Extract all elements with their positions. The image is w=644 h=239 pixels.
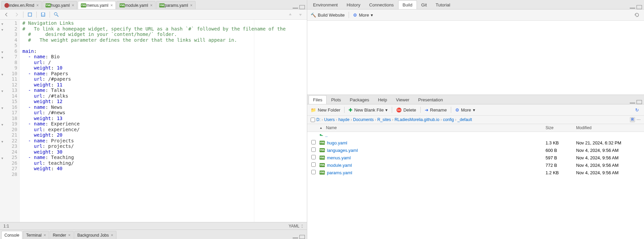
refresh-button[interactable]: ↻	[633, 106, 641, 114]
more-path-button[interactable]: ⋯	[637, 117, 641, 122]
new-folder-button[interactable]: 📁 New Folder	[311, 107, 340, 113]
save-button[interactable]	[39, 11, 47, 18]
panel-tab-files[interactable]: Files	[309, 95, 327, 104]
delete-button[interactable]: ⛔ Delete	[396, 107, 416, 113]
file-checkbox[interactable]	[311, 155, 316, 159]
minimize-icon[interactable]	[630, 6, 635, 8]
file-name-link[interactable]: hugo.yaml	[327, 140, 347, 145]
rename-button[interactable]: ➜ Rename	[425, 107, 447, 113]
panel-tab-connections[interactable]: Connections	[365, 0, 398, 9]
editor-tab-bar: index.en.Rmd×YMLhugo.yaml×YMLmenus.yaml×…	[0, 0, 307, 9]
file-checkbox[interactable]	[311, 140, 316, 144]
source-down-button[interactable]	[297, 11, 304, 18]
maximize-icon[interactable]	[637, 100, 642, 104]
more-button[interactable]: ⚙ More ▾	[455, 107, 475, 113]
breadcrumb-segment[interactable]: D:	[316, 117, 320, 122]
yaml-icon: YML	[319, 163, 325, 167]
source-up-button[interactable]	[287, 11, 294, 18]
close-icon[interactable]: ×	[190, 3, 192, 8]
console-tab[interactable]: Render×	[50, 231, 73, 239]
console-tab[interactable]: Background Jobs×	[74, 231, 116, 239]
new-blank-file-button[interactable]: ✚ New Blank File ▾	[349, 107, 388, 113]
close-icon[interactable]: ×	[36, 3, 39, 8]
maximize-icon[interactable]	[637, 5, 642, 9]
breadcrumb-segment[interactable]: Documents	[353, 117, 374, 122]
close-icon[interactable]: ×	[72, 3, 74, 8]
close-icon[interactable]: ×	[110, 3, 113, 8]
maximize-icon[interactable]	[299, 5, 305, 9]
parent-directory-row[interactable]: ⬑ ..	[307, 132, 644, 139]
editor-tab[interactable]: YMLmenus.yaml×	[78, 1, 116, 9]
breadcrumb-segment[interactable]: config	[443, 117, 454, 122]
minimize-icon[interactable]	[293, 236, 298, 238]
show-in-new-window-button[interactable]	[26, 11, 34, 18]
close-icon[interactable]: ×	[150, 3, 152, 8]
editor-tab[interactable]: index.en.Rmd×	[1, 1, 42, 9]
forward-button[interactable]	[13, 11, 20, 18]
file-checkbox[interactable]	[311, 170, 316, 174]
breadcrumb: D: › Users › hayde › Documents › R_sites…	[307, 116, 644, 124]
env-tab-bar: EnvironmentHistoryConnectionsBuildGitTut…	[307, 0, 644, 9]
editor-tab[interactable]: YMLparams.yaml×	[156, 1, 196, 9]
breadcrumb-segment[interactable]: hayde	[338, 117, 350, 122]
maximize-icon[interactable]	[299, 235, 305, 239]
rmd-icon	[4, 3, 9, 8]
file-checkbox[interactable]	[311, 162, 316, 167]
file-row[interactable]: YMLmenus.yaml597 BNov 4, 2024, 9:56 AM	[307, 154, 644, 161]
sort-by-size[interactable]: Size	[546, 125, 576, 130]
file-size: 600 B	[546, 148, 576, 153]
panel-tab-packages[interactable]: Packages	[345, 95, 373, 104]
breadcrumb-segment[interactable]: _default	[458, 117, 472, 122]
file-row[interactable]: YMLmodule.yaml772 BNov 4, 2024, 9:56 AM	[307, 161, 644, 169]
more-button[interactable]: ⚙ More ▾	[353, 13, 373, 18]
file-size: 1.2 KB	[546, 170, 576, 175]
search-icon[interactable]	[53, 11, 60, 18]
editor-tab[interactable]: YMLhugo.yaml×	[42, 1, 77, 9]
svg-rect-0	[28, 13, 32, 16]
cursor-position: 1:1	[3, 224, 9, 228]
breadcrumb-segment[interactable]: Users	[324, 117, 335, 122]
close-icon[interactable]: ×	[68, 233, 71, 238]
panel-tab-help[interactable]: Help	[373, 95, 391, 104]
panel-tab-history[interactable]: History	[342, 0, 365, 9]
panel-tab-build[interactable]: Build	[398, 0, 417, 9]
close-icon[interactable]: ×	[43, 233, 46, 238]
yaml-icon: YML	[319, 171, 325, 175]
file-name-link[interactable]: languages.yaml	[327, 148, 358, 153]
breadcrumb-segment[interactable]: R_sites	[377, 117, 391, 122]
panel-tab-plots[interactable]: Plots	[327, 95, 345, 104]
panel-tab-viewer[interactable]: Viewer	[391, 95, 414, 104]
editor-tab[interactable]: YMLmodule.yaml×	[116, 1, 155, 9]
file-name-link[interactable]: module.yaml	[327, 163, 352, 168]
language-selector[interactable]: YAML	[289, 224, 303, 228]
close-icon[interactable]: ×	[111, 233, 113, 238]
file-row[interactable]: YMLparams.yaml1.2 KBNov 4, 2024, 9:56 AM	[307, 169, 644, 176]
sort-by-modified[interactable]: Modified	[576, 125, 644, 130]
sort-by-name[interactable]: ▲Name	[319, 125, 546, 130]
gear-icon: ⚙	[455, 107, 459, 113]
file-row[interactable]: YMLlanguages.yaml600 BNov 4, 2024, 9:56 …	[307, 146, 644, 154]
console-tab[interactable]: Terminal×	[23, 231, 49, 239]
back-button[interactable]	[3, 11, 10, 18]
svg-point-3	[54, 13, 57, 15]
file-name-link[interactable]: params.yaml	[327, 170, 352, 175]
select-all-checkbox[interactable]	[311, 118, 315, 122]
minimize-icon[interactable]	[630, 101, 635, 103]
panel-tab-tutorial[interactable]: Tutorial	[431, 0, 455, 9]
editor-toolbar	[0, 9, 307, 20]
r-project-icon[interactable]: R	[630, 117, 635, 122]
yaml-icon: YML	[159, 3, 165, 7]
panel-tab-presentation[interactable]: Presentation	[414, 95, 447, 104]
build-website-button[interactable]: 🔨 Build Website	[311, 13, 345, 18]
refresh-button[interactable]	[633, 11, 641, 19]
yaml-icon: YML	[319, 148, 325, 152]
minimize-icon[interactable]	[293, 6, 298, 8]
code-editor[interactable]: ▼1▼2345▼6▼789▼101112▼131415▼161718▼19202…	[0, 20, 307, 222]
panel-tab-git[interactable]: Git	[417, 0, 431, 9]
console-tab[interactable]: Console	[1, 231, 22, 239]
file-checkbox[interactable]	[311, 147, 316, 152]
file-row[interactable]: YMLhugo.yaml1.3 KBNov 21, 2024, 6:32 PM	[307, 139, 644, 146]
panel-tab-environment[interactable]: Environment	[309, 0, 342, 9]
breadcrumb-segment[interactable]: RLadiesMorelia.github.io	[394, 117, 439, 122]
file-name-link[interactable]: menus.yaml	[327, 155, 351, 160]
